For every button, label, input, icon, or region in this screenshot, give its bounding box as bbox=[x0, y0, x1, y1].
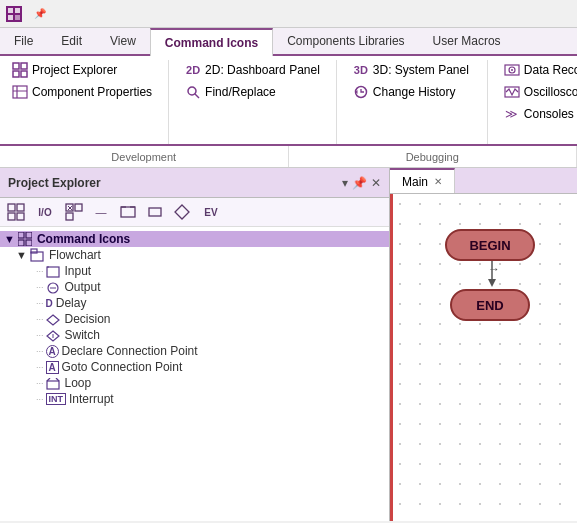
consoles-icon: ≫ bbox=[504, 106, 520, 122]
pe-controls: ▾ 📌 ✕ bbox=[342, 176, 381, 190]
canvas-board[interactable]: BEGIN → END bbox=[390, 194, 577, 521]
pe-close-btn[interactable]: ✕ bbox=[371, 176, 381, 190]
pe-pin-btn[interactable]: 📌 bbox=[352, 176, 367, 190]
canvas-area: Main ✕ BEGIN → END bbox=[390, 168, 577, 521]
pe-tree: ▼ Command Icons ▼ bbox=[0, 227, 389, 521]
toolbar-rect-btn[interactable] bbox=[143, 201, 167, 223]
svg-rect-45 bbox=[47, 267, 59, 277]
pe-dropdown-btn[interactable]: ▾ bbox=[342, 176, 348, 190]
ribbon-item-oscilloscope[interactable]: Oscilloscope bbox=[498, 82, 577, 102]
2d-icon: 2D bbox=[185, 62, 201, 78]
change-history-label: Change History bbox=[373, 85, 456, 99]
svg-rect-7 bbox=[21, 71, 27, 77]
canvas-tabs: Main ✕ bbox=[390, 168, 577, 194]
canvas-tab-label: Main bbox=[402, 175, 428, 189]
ribbon-item-find-replace[interactable]: Find/Replace bbox=[179, 82, 309, 102]
ribbon-group-view2: 2D 2D: Dashboard Panel Find/Replace bbox=[179, 60, 337, 144]
toolbar-io-btn[interactable]: I/O bbox=[31, 201, 59, 223]
toolbar-ev-btn[interactable]: EV bbox=[197, 201, 225, 223]
tree-item-decision[interactable]: ··· Decision bbox=[0, 311, 389, 327]
tree-item-flowchart[interactable]: ▼ Flowchart bbox=[0, 247, 389, 263]
pe-toolbar: I/O — bbox=[0, 198, 389, 227]
main-area: Project Explorer ▾ 📌 ✕ I/O bbox=[0, 168, 577, 521]
osc-icon bbox=[504, 84, 520, 100]
ribbon-item-3d-system[interactable]: 3D 3D: System Panel bbox=[347, 60, 477, 80]
ribbon-item-project-explorer[interactable]: Project Explorer bbox=[6, 60, 136, 80]
dotted-line-delay: ··· bbox=[36, 298, 44, 308]
3d-icon: 3D bbox=[353, 62, 369, 78]
ribbon-item-change-history[interactable]: Change History bbox=[347, 82, 477, 102]
dotted-line-output: ··· bbox=[36, 282, 44, 292]
ribbon-item-2d-dashboard[interactable]: 2D 2D: Dashboard Panel bbox=[179, 60, 326, 80]
find-replace-label: Find/Replace bbox=[205, 85, 276, 99]
svg-point-11 bbox=[188, 87, 196, 95]
svg-rect-52 bbox=[47, 381, 59, 389]
ribbon-tabs: File Edit View Command Icons Components … bbox=[0, 28, 577, 56]
tree-item-loop[interactable]: ··· Loop bbox=[0, 375, 389, 391]
svg-rect-39 bbox=[18, 232, 24, 238]
svg-rect-0 bbox=[8, 8, 13, 13]
output-shape-icon bbox=[46, 281, 62, 294]
2d-dashboard-label: 2D: Dashboard Panel bbox=[205, 63, 320, 77]
svg-rect-41 bbox=[18, 240, 24, 246]
tree-item-interrupt[interactable]: ··· INT Interrupt bbox=[0, 391, 389, 407]
development-label: Development bbox=[0, 146, 289, 167]
svg-rect-34 bbox=[121, 207, 135, 217]
svg-rect-3 bbox=[15, 15, 20, 20]
tree-label-decision: Decision bbox=[65, 312, 111, 326]
tab-edit[interactable]: Edit bbox=[47, 28, 96, 54]
svg-rect-5 bbox=[21, 63, 27, 69]
svg-marker-38 bbox=[175, 205, 189, 219]
begin-label: BEGIN bbox=[469, 238, 510, 253]
ribbon-item-data-recorder[interactable]: Data Recorder bbox=[498, 60, 577, 80]
tree-item-command-icons[interactable]: ▼ Command Icons bbox=[0, 231, 389, 247]
recorder-icon bbox=[504, 62, 520, 78]
grid-icon-root bbox=[18, 232, 34, 246]
svg-rect-4 bbox=[13, 63, 19, 69]
tree-item-input[interactable]: ··· Input bbox=[0, 263, 389, 279]
tab-view[interactable]: View bbox=[96, 28, 150, 54]
toolbar-diamond-btn[interactable] bbox=[170, 201, 194, 223]
tree-item-switch[interactable]: ··· Switch bbox=[0, 327, 389, 343]
oscilloscope-label: Oscilloscope bbox=[524, 85, 577, 99]
flowchart-begin-node[interactable]: BEGIN bbox=[445, 229, 535, 261]
tree-item-goto-conn[interactable]: ··· A Goto Connection Point bbox=[0, 359, 389, 375]
delay-shape-icon: D bbox=[46, 298, 53, 309]
svg-rect-26 bbox=[17, 204, 24, 211]
toolbar-xgrid-btn[interactable] bbox=[62, 201, 86, 223]
pe-header: Project Explorer ▾ 📌 ✕ bbox=[0, 168, 389, 198]
svg-rect-27 bbox=[8, 213, 15, 220]
toolbar-bracket-btn[interactable] bbox=[116, 201, 140, 223]
component-properties-label: Component Properties bbox=[32, 85, 152, 99]
tab-file[interactable]: File bbox=[0, 28, 47, 54]
props-icon bbox=[12, 84, 28, 100]
dotted-line-interrupt: ··· bbox=[36, 394, 44, 404]
tree-label-output: Output bbox=[65, 280, 101, 294]
svg-rect-28 bbox=[17, 213, 24, 220]
input-shape-icon bbox=[46, 265, 62, 278]
expand-icon-flowchart: ▼ bbox=[16, 249, 27, 261]
consoles-label: Consoles bbox=[524, 107, 574, 121]
tree-item-declare-conn[interactable]: ··· A Declare Connection Point bbox=[0, 343, 389, 359]
ribbon-item-component-properties[interactable]: Component Properties bbox=[6, 82, 158, 102]
tab-components[interactable]: Components Libraries bbox=[273, 28, 418, 54]
data-recorder-label: Data Recorder bbox=[524, 63, 577, 77]
tab-command-icons[interactable]: Command Icons bbox=[150, 28, 273, 56]
tab-user-macros[interactable]: User Macros bbox=[419, 28, 515, 54]
vertical-connector bbox=[487, 261, 497, 289]
tree-item-output[interactable]: ··· Output bbox=[0, 279, 389, 295]
title-bar: 📌 bbox=[0, 0, 577, 28]
canvas-tab-close[interactable]: ✕ bbox=[434, 176, 442, 187]
tree-label-delay: Delay bbox=[56, 296, 87, 310]
toolbar-dash-btn[interactable]: — bbox=[89, 201, 113, 223]
canvas-tab-main[interactable]: Main ✕ bbox=[390, 168, 455, 193]
svg-rect-42 bbox=[26, 240, 32, 246]
ribbon-group-debug1: Data Recorder Oscilloscope ≫ Consoles bbox=[498, 60, 577, 144]
ribbon-item-consoles[interactable]: ≫ Consoles bbox=[498, 104, 577, 124]
svg-rect-2 bbox=[8, 15, 13, 20]
tree-item-delay[interactable]: ··· D Delay bbox=[0, 295, 389, 311]
svg-rect-8 bbox=[13, 86, 27, 98]
toolbar-grid-btn[interactable] bbox=[4, 201, 28, 223]
tree-label-input: Input bbox=[65, 264, 92, 278]
flowchart-end-node[interactable]: END bbox=[450, 289, 530, 321]
